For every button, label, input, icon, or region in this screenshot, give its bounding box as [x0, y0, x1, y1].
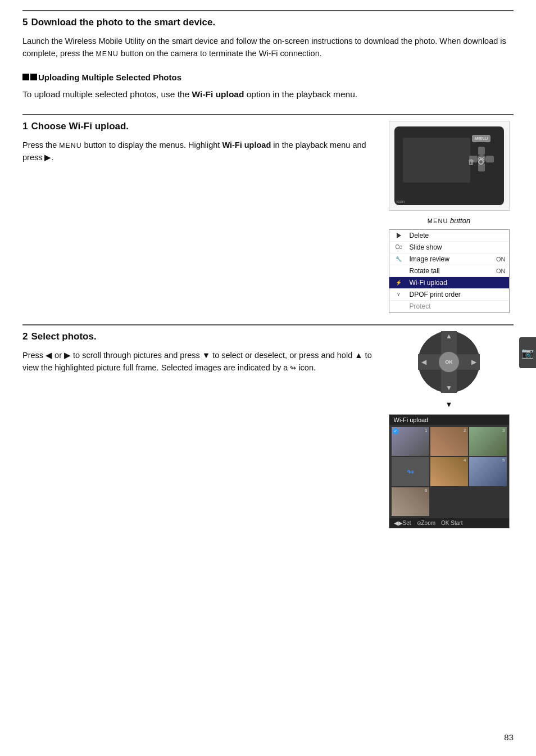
step5-body-text2: button on the camera to terminate the Wi… — [121, 49, 322, 58]
page-number: 83 — [504, 732, 514, 742]
step5-body: Launch the Wireless Mobile Utility on th… — [22, 35, 514, 60]
uploading-intro-bold: Wi-Fi upload — [192, 89, 244, 99]
wifi-thumb-3: 3 — [469, 427, 507, 456]
camera-body: MENU OK 🗑 icon — [394, 126, 504, 205]
wifi-thumb-5: 5 — [469, 457, 507, 486]
step1-container: 1 Choose Wi-Fi upload. Press the MENU bu… — [22, 114, 514, 313]
menu-label-word: MENU — [428, 218, 448, 224]
step1-text: 1 Choose Wi-Fi upload. Press the MENU bu… — [22, 121, 373, 313]
uploading-intro: To upload multiple selected photos, use … — [22, 88, 514, 102]
menu-screenshot: Delete Cc Slide show 🔧 Image review ON — [389, 229, 510, 313]
menu-icon-review: 🔧 — [393, 256, 405, 262]
menu-label-slideshow: Slide show — [410, 243, 489, 251]
step2-body-part2: icon. — [298, 363, 316, 372]
dpad-standalone: OK ◀ ▶ ▼ ▲ — [418, 331, 480, 393]
menu-row-imagereview: 🔧 Image review ON — [389, 253, 509, 265]
step2-container: 2 Select photos. Press ◀ or ▶ to scroll … — [22, 324, 514, 529]
play-triangle-icon — [397, 233, 401, 238]
down-arrow-indicator: ▼ — [446, 384, 452, 392]
dpad-up — [478, 147, 485, 155]
uploading-intro-part2: option in the playback menu. — [247, 89, 357, 99]
menu-label-dpof: DPOF print order — [410, 291, 489, 298]
wifi-thumb-1: 1 ✓ — [392, 427, 429, 456]
step1-body-part2: button to display the menus. Highlight — [84, 141, 220, 150]
step2-title: Select photos. — [31, 331, 96, 342]
menu-label-imagereview: Image review — [410, 255, 489, 263]
step2-text: 2 Select photos. Press ◀ or ▶ to scroll … — [22, 331, 373, 529]
camera-label: icon — [397, 199, 405, 204]
menu-row-wifiupload: ⚡ Wi-Fi upload — [389, 277, 509, 289]
step5-header: 5 Download the photo to the smart device… — [22, 17, 514, 31]
menu-row-dpof: Y DPOF print order — [389, 289, 509, 301]
up-arrow-indicator: ▲ — [446, 332, 452, 340]
menu-row-protect: Protect — [389, 301, 509, 313]
square-icon-1 — [22, 74, 29, 80]
menu-label-wifiupload: Wi-Fi upload — [410, 279, 489, 287]
step1-title: Choose Wi-Fi upload. — [31, 121, 129, 132]
menu-row-slideshow: Cc Slide show — [389, 242, 509, 253]
square-icon-2 — [30, 74, 37, 80]
uploading-intro-part1: To upload multiple selected photos, use … — [22, 89, 189, 99]
menu-button-camera: MENU — [472, 135, 491, 142]
left-arrow-indicator: ◀ — [421, 358, 426, 366]
wifi-thumb-2: 2 — [430, 427, 468, 456]
right-arrow-indicator: ▶ — [471, 358, 476, 366]
camera-controls: MENU OK 🗑 — [469, 135, 494, 171]
step1-images: MENU OK 🗑 icon — [384, 121, 514, 313]
uploading-heading-text: Uploading Multiple Selected Photos — [38, 73, 181, 82]
wifi-screen-header: Wi-Fi upload — [389, 415, 509, 425]
camera-tab-icon: 📷 — [521, 347, 534, 359]
camera-screen — [403, 138, 470, 183]
step2-body-part1: Press ◀ or ▶ to scroll through pictures … — [22, 351, 372, 372]
ok-label: OK — [445, 359, 453, 365]
wifi-upload-screen: Wi-Fi upload 1 ✓ 2 3 ↬ 4 — [389, 414, 510, 529]
step1-body-part1: Press the — [22, 141, 57, 150]
menu-value-imagereview: ON — [493, 256, 506, 262]
step1-number: 1 — [22, 121, 28, 132]
dpad-center-btn: OK — [439, 352, 459, 372]
footer-start: OK Start — [441, 520, 462, 526]
step2-number: 2 — [22, 331, 28, 342]
menu-label-rotatetall: Rotate tall — [410, 267, 489, 275]
camera-bottom-icons: 🗑 — [468, 158, 484, 166]
wifi-center-check-icon: ↬ — [407, 467, 414, 477]
menu-label-italic: button — [450, 216, 470, 225]
step2-header: 2 Select photos. — [22, 331, 373, 346]
step1-menu-word: MENU — [59, 142, 81, 150]
step5-menu-word: MENU — [96, 50, 119, 58]
wifi-thumb-check: ↬ — [392, 457, 429, 486]
menu-icon-cc: Cc — [393, 244, 405, 250]
menu-icon-wifi: ⚡ — [393, 280, 405, 286]
circle-icon — [478, 159, 484, 165]
menu-value-rotatetall: ON — [493, 268, 506, 274]
step5-number: 5 — [22, 17, 28, 28]
uploading-section-heading: Uploading Multiple Selected Photos — [22, 73, 514, 82]
menu-icon-dpof: Y — [393, 292, 405, 297]
dpad-right — [486, 156, 494, 162]
down-arrow-label: ▼ — [446, 400, 453, 409]
menu-button-label: MENU button — [428, 216, 470, 225]
thumb-check-1: ✓ — [393, 428, 399, 434]
step1-body: Press the MENU button to display the men… — [22, 139, 373, 164]
wifi-grid: 1 ✓ 2 3 ↬ 4 5 — [389, 425, 509, 519]
menu-label-protect: Protect — [410, 302, 489, 310]
wifi-thumb-4: 4 — [430, 457, 468, 486]
menu-label-delete: Delete — [410, 232, 489, 239]
menu-icon-play — [393, 233, 405, 238]
right-side-tab[interactable]: 📷 — [519, 337, 536, 368]
menu-row-delete: Delete — [389, 230, 509, 242]
step1-highlight: Wi-Fi upload — [222, 141, 271, 150]
step1-header: 1 Choose Wi-Fi upload. — [22, 121, 373, 135]
wifi-screen-footer: ◀▶Set ⊙Zoom OK Start — [389, 518, 509, 528]
thumb-num-6: 6 — [425, 488, 427, 493]
step2-images: OK ◀ ▶ ▼ ▲ ▼ Wi-Fi upload 1 ✓ 2 — [384, 331, 514, 529]
thumb-num-2: 2 — [464, 428, 466, 433]
thumb-num-3: 3 — [502, 428, 505, 433]
thumb-num-5: 5 — [502, 458, 505, 463]
thumb-num-4: 4 — [464, 458, 466, 463]
trash-icon: 🗑 — [468, 158, 475, 166]
step2-icon-symbol: ↬ — [290, 364, 296, 372]
section-5: 5 Download the photo to the smart device… — [22, 10, 514, 60]
menu-row-rotatetall: Rotate tall ON — [389, 265, 509, 277]
thumb-num-1: 1 — [425, 428, 427, 433]
